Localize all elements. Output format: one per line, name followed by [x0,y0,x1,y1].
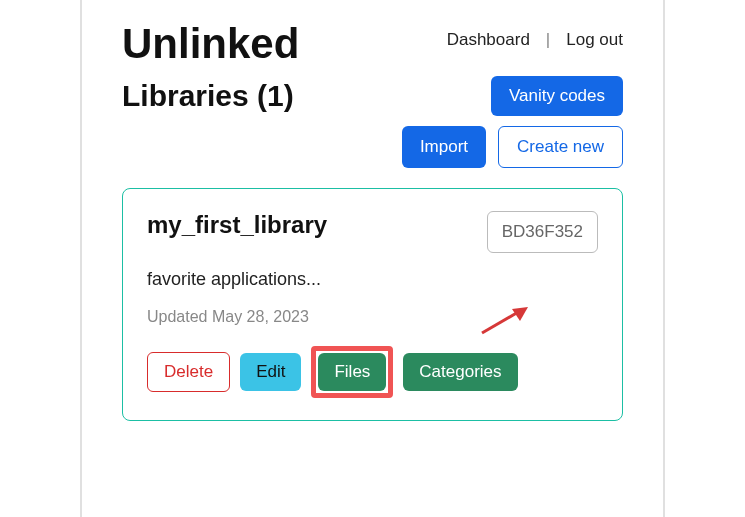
categories-button[interactable]: Categories [403,353,517,391]
card-actions: Delete Edit Files Categories [147,346,598,398]
edit-button[interactable]: Edit [240,353,301,391]
library-card: my_first_library BD36F352 favorite appli… [122,188,623,421]
card-header-row: my_first_library BD36F352 [147,211,598,253]
brand-title: Unlinked [122,20,299,68]
subtitle-row: Libraries (1) Vanity codes [122,76,623,116]
library-title: my_first_library [147,211,327,239]
create-new-button[interactable]: Create new [498,126,623,168]
nav-divider: | [546,30,550,50]
import-button[interactable]: Import [402,126,486,168]
header-row: Unlinked Dashboard | Log out [122,20,623,68]
logout-link[interactable]: Log out [566,30,623,50]
files-highlight: Files [311,346,393,398]
library-updated: Updated May 28, 2023 [147,308,598,326]
page-subtitle: Libraries (1) [122,79,294,113]
dashboard-link[interactable]: Dashboard [447,30,530,50]
delete-button[interactable]: Delete [147,352,230,392]
vanity-codes-button[interactable]: Vanity codes [491,76,623,116]
nav-links: Dashboard | Log out [447,30,623,50]
library-description: favorite applications... [147,269,598,290]
action-row: Import Create new [122,126,623,168]
main-panel: Unlinked Dashboard | Log out Libraries (… [80,0,665,517]
library-code-badge[interactable]: BD36F352 [487,211,598,253]
files-button[interactable]: Files [318,353,386,391]
